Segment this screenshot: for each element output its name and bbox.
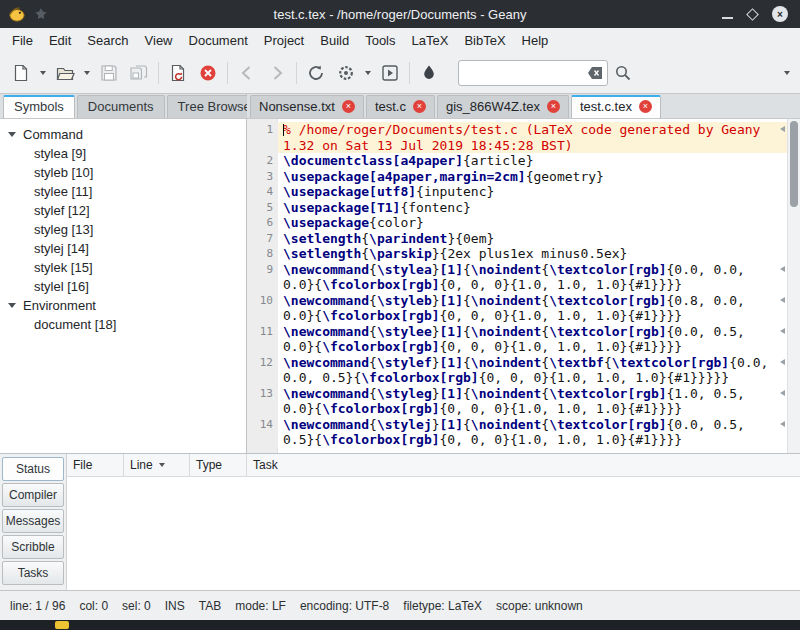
code-line-7[interactable]: 7\setlength{\parindent}{0em}: [247, 231, 787, 247]
symbol-item[interactable]: styleb [10]: [0, 163, 246, 182]
column-header-file[interactable]: File: [67, 454, 124, 476]
symbol-item[interactable]: stylel [16]: [0, 277, 246, 296]
document-tab-test.c[interactable]: test.c×: [366, 95, 435, 118]
code-line-3[interactable]: 3\usepackage[a4paper,margin=2cm]{geometr…: [247, 169, 787, 185]
menu-latex[interactable]: LaTeX: [404, 29, 457, 52]
document-tab-test.c.tex[interactable]: test.c.tex×: [571, 95, 661, 118]
code-line-4[interactable]: 4\usepackage[utf8]{inputenc}: [247, 184, 787, 200]
pin-icon: [34, 7, 48, 21]
close-tab-icon[interactable]: ×: [413, 100, 426, 113]
chevron-down-icon: [40, 71, 46, 75]
build-dropdown-button[interactable]: [361, 58, 375, 88]
chevron-down-icon: [84, 71, 90, 75]
menu-project[interactable]: Project: [256, 29, 312, 52]
search-button[interactable]: [608, 58, 638, 88]
symbol-item[interactable]: stylef [12]: [0, 201, 246, 220]
maximize-button[interactable]: [746, 8, 759, 21]
panel-tab-status[interactable]: Status: [2, 457, 64, 481]
code-line-1[interactable]: 1% /home/roger/Documents/test.c (LaTeX c…: [247, 122, 787, 153]
editor-scrollbar[interactable]: [787, 119, 800, 453]
forward-button[interactable]: [262, 58, 292, 88]
panel-tab-messages[interactable]: Messages: [2, 509, 64, 533]
code-line-10[interactable]: 10\newcommand{\styleb}[1]{\noindent{\tex…: [247, 293, 787, 324]
sidebar-tab-documents[interactable]: Documents: [77, 95, 165, 118]
menu-file[interactable]: File: [4, 29, 41, 52]
code-text: \setlength{\parskip}{2ex plus1ex minus0.…: [278, 246, 787, 262]
close-tab-icon[interactable]: ×: [547, 100, 560, 113]
column-header-task[interactable]: Task: [247, 454, 800, 476]
menu-document[interactable]: Document: [181, 29, 256, 52]
code-line-5[interactable]: 5\usepackage[T1]{fontenc}: [247, 200, 787, 216]
window-controls: ×: [722, 6, 800, 22]
menu-tools[interactable]: Tools: [357, 29, 403, 52]
symbol-item[interactable]: document [18]: [0, 315, 246, 334]
code-line-8[interactable]: 8\setlength{\parskip}{2ex plus1ex minus0…: [247, 246, 787, 262]
open-button[interactable]: [50, 58, 80, 88]
editor-lines[interactable]: 1% /home/roger/Documents/test.c (LaTeX c…: [247, 119, 787, 448]
color-chooser-button[interactable]: [414, 58, 444, 88]
symbol-item[interactable]: styleg [13]: [0, 220, 246, 239]
symbol-group-command[interactable]: Command: [0, 125, 246, 144]
compile-icon: [306, 63, 326, 83]
expander-icon[interactable]: [8, 303, 16, 308]
open-dropdown-button[interactable]: [80, 58, 94, 88]
code-line-12[interactable]: 12\newcommand{\stylef}[1]{\noindent{\tex…: [247, 355, 787, 386]
tasks-list[interactable]: [67, 477, 800, 590]
revert-icon: [168, 63, 188, 83]
close-tab-icon[interactable]: ×: [342, 100, 355, 113]
back-button[interactable]: [232, 58, 262, 88]
sidebar-tab-symbols[interactable]: Symbols: [3, 95, 75, 118]
symbol-item[interactable]: stylek [15]: [0, 258, 246, 277]
menu-bibtex[interactable]: BibTeX: [456, 29, 513, 52]
menu-build[interactable]: Build: [312, 29, 357, 52]
new-dropdown-button[interactable]: [36, 58, 50, 88]
toolbar-overflow-button[interactable]: [780, 58, 794, 88]
compile-button[interactable]: [301, 58, 331, 88]
close-tab-icon[interactable]: ×: [639, 100, 652, 113]
build-button[interactable]: [331, 58, 361, 88]
close-window-button[interactable]: ×: [772, 6, 788, 22]
titlebar[interactable]: test.c.tex - /home/roger/Documents - Gea…: [0, 0, 800, 28]
code-line-2[interactable]: 2\documentclass[a4paper]{article}: [247, 153, 787, 169]
code-line-14[interactable]: 14\newcommand{\stylej}[1]{\noindent{\tex…: [247, 417, 787, 448]
code-line-11[interactable]: 11\newcommand{\stylee}[1]{\noindent{\tex…: [247, 324, 787, 355]
menu-view[interactable]: View: [137, 29, 181, 52]
save-all-button[interactable]: [124, 58, 154, 88]
code-text: \documentclass[a4paper]{article}: [278, 153, 787, 169]
code-line-6[interactable]: 6\usepackage{color}: [247, 215, 787, 231]
panel-tab-tasks[interactable]: Tasks: [2, 561, 64, 585]
new-button[interactable]: [6, 58, 36, 88]
panel-tab-compiler[interactable]: Compiler: [2, 483, 64, 507]
document-tab-gis-866w4z.tex[interactable]: gis_866W4Z.tex×: [437, 95, 569, 118]
menu-edit[interactable]: Edit: [41, 29, 79, 52]
run-button[interactable]: [375, 58, 405, 88]
document-tab-label: test.c.tex: [580, 99, 632, 114]
expander-icon[interactable]: [8, 132, 16, 137]
line-number: 6: [247, 215, 278, 231]
panel-app-icon[interactable]: [55, 621, 69, 629]
close-button[interactable]: [193, 58, 223, 88]
document-tab-nonsense.txt[interactable]: Nonsense.txt×: [250, 95, 364, 118]
menu-search[interactable]: Search: [79, 29, 136, 52]
panel-tab-scribble[interactable]: Scribble: [2, 535, 64, 559]
symbol-item[interactable]: stylej [14]: [0, 239, 246, 258]
symbol-item[interactable]: stylea [9]: [0, 144, 246, 163]
menu-help[interactable]: Help: [514, 29, 557, 52]
scrollbar-thumb[interactable]: [790, 121, 798, 207]
revert-button[interactable]: [163, 58, 193, 88]
desktop-panel[interactable]: [0, 620, 800, 630]
line-number: 2: [247, 153, 278, 169]
code-line-9[interactable]: 9\newcommand{\stylea}[1]{\noindent{\text…: [247, 262, 787, 293]
column-header-line[interactable]: Line: [124, 454, 190, 476]
search-input[interactable]: [458, 60, 608, 86]
editor[interactable]: 1% /home/roger/Documents/test.c (LaTeX c…: [247, 119, 800, 453]
column-header-type[interactable]: Type: [190, 454, 247, 476]
minimize-button[interactable]: [722, 17, 733, 19]
symbol-item[interactable]: stylee [11]: [0, 182, 246, 201]
save-button[interactable]: [94, 58, 124, 88]
code-line-13[interactable]: 13\newcommand{\styleg}[1]{\noindent{\tex…: [247, 386, 787, 417]
clear-search-icon[interactable]: [587, 66, 603, 80]
symbol-group-environment[interactable]: Environment: [0, 296, 246, 315]
symbols-tree[interactable]: Commandstylea [9]styleb [10]stylee [11]s…: [0, 119, 246, 453]
line-number: 5: [247, 200, 278, 216]
